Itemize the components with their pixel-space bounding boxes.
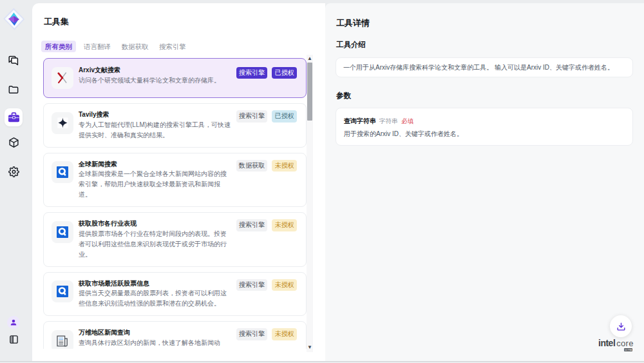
svg-text:ULTRA: ULTRA (625, 349, 632, 351)
